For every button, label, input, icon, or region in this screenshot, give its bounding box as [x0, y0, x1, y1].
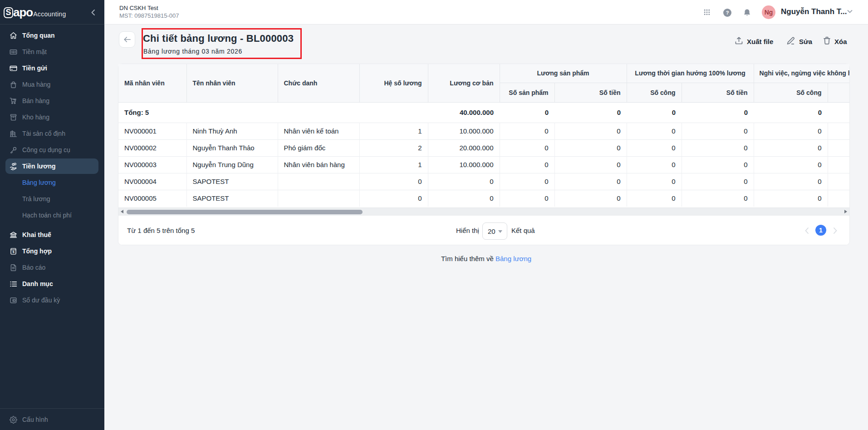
svg-text:$: $: [12, 250, 15, 254]
svg-text:?: ?: [726, 10, 729, 15]
